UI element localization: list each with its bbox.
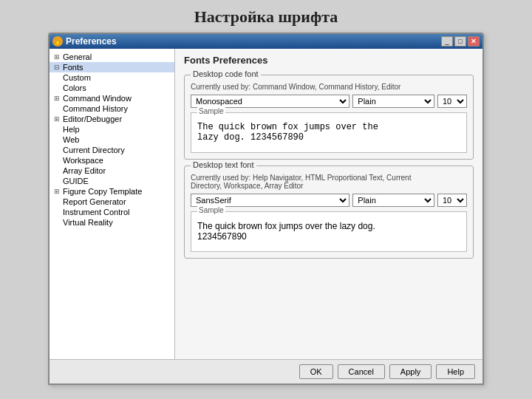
sidebar-item-virtual-reality[interactable]: Virtual Reality xyxy=(50,217,174,228)
window-body: ⊞ General ⊟ Fonts Custom Colors ⊞ Comman… xyxy=(50,49,482,359)
sidebar-item-web[interactable]: Web xyxy=(50,134,174,145)
sidebar-item-colors[interactable]: Colors xyxy=(50,83,174,93)
main-content: Fonts Preferences Desktop code font Curr… xyxy=(175,49,482,359)
page-title: Настройка шрифта xyxy=(194,7,338,27)
desktop-text-font-group: Desktop text font Currently used by: Hel… xyxy=(184,166,474,259)
sidebar: ⊞ General ⊟ Fonts Custom Colors ⊞ Comman… xyxy=(50,49,175,359)
sidebar-item-workspace[interactable]: Workspace xyxy=(50,155,174,166)
text-style-select[interactable]: Plain xyxy=(352,194,434,207)
code-font-used-by: Currently used by: Command Window, Comma… xyxy=(191,83,467,91)
sidebar-item-report-generator[interactable]: Report Generator xyxy=(50,197,174,207)
sidebar-item-instrument-control[interactable]: Instrument Control xyxy=(50,207,174,217)
title-bar-left: Preferences xyxy=(52,36,117,47)
apply-button[interactable]: Apply xyxy=(389,364,432,379)
desktop-code-font-group: Desktop code font Currently used by: Com… xyxy=(184,75,474,160)
code-sample-label: Sample xyxy=(197,107,225,115)
code-sample-text: The quick brown fox jumps over the lazy … xyxy=(197,122,460,143)
code-size-select[interactable]: 10 xyxy=(437,95,467,108)
cancel-button[interactable]: Cancel xyxy=(338,364,385,379)
window-controls: _ □ ✕ xyxy=(441,36,480,47)
code-style-select[interactable]: Plain xyxy=(352,95,434,108)
text-font-used-by: Currently used by: Help Navigator, HTML … xyxy=(191,174,467,190)
code-font-controls: Monospaced Plain 10 xyxy=(191,95,467,108)
code-font-sample-box: Sample The quick brown fox jumps over th… xyxy=(191,112,467,153)
flame-icon xyxy=(52,36,63,47)
text-font-sample-box: Sample The quick brown fox jumps over th… xyxy=(191,211,467,252)
window-title: Preferences xyxy=(66,36,117,47)
expand-icon: ⊞ xyxy=(54,53,61,61)
expand-icon: ⊟ xyxy=(54,64,61,71)
sidebar-item-general[interactable]: ⊞ General xyxy=(50,52,174,62)
sidebar-item-array-editor[interactable]: Array Editor xyxy=(50,166,174,176)
text-sample-text: The quick brown fox jumps over the lazy … xyxy=(197,221,460,242)
text-font-controls: SansSerif Plain 10 xyxy=(191,194,467,207)
sidebar-item-figure-copy[interactable]: ⊞ Figure Copy Template xyxy=(50,186,174,197)
sidebar-item-custom[interactable]: Custom xyxy=(50,72,174,83)
help-button[interactable]: Help xyxy=(436,364,475,379)
preferences-window: Preferences _ □ ✕ ⊞ General ⊟ Fonts Cust… xyxy=(48,33,484,385)
sidebar-item-editor[interactable]: ⊞ Editor/Debugger xyxy=(50,114,174,124)
maximize-button[interactable]: □ xyxy=(454,36,466,47)
sidebar-item-guide[interactable]: GUIDE xyxy=(50,176,174,186)
title-bar: Preferences _ □ ✕ xyxy=(50,34,482,49)
code-font-select[interactable]: Monospaced xyxy=(191,95,349,108)
ok-button[interactable]: OK xyxy=(299,364,333,379)
sidebar-item-command-window[interactable]: ⊞ Command Window xyxy=(50,93,174,103)
minimize-button[interactable]: _ xyxy=(441,36,453,47)
text-font-select[interactable]: SansSerif xyxy=(191,194,349,207)
sidebar-item-command-history[interactable]: Command History xyxy=(50,103,174,114)
sidebar-item-fonts[interactable]: ⊟ Fonts xyxy=(50,62,174,72)
expand-icon: ⊞ xyxy=(54,95,61,102)
sidebar-item-current-directory[interactable]: Current Directory xyxy=(50,145,174,155)
section-title: Fonts Preferences xyxy=(184,55,474,66)
window-footer: OK Cancel Apply Help xyxy=(50,359,482,383)
expand-icon: ⊞ xyxy=(54,188,61,195)
close-button[interactable]: ✕ xyxy=(468,36,480,47)
sidebar-item-help[interactable]: Help xyxy=(50,124,174,134)
desktop-text-font-label: Desktop text font xyxy=(191,160,256,169)
text-sample-label: Sample xyxy=(197,206,225,214)
expand-icon: ⊞ xyxy=(54,115,61,123)
desktop-code-font-label: Desktop code font xyxy=(191,69,261,78)
text-size-select[interactable]: 10 xyxy=(437,194,467,207)
